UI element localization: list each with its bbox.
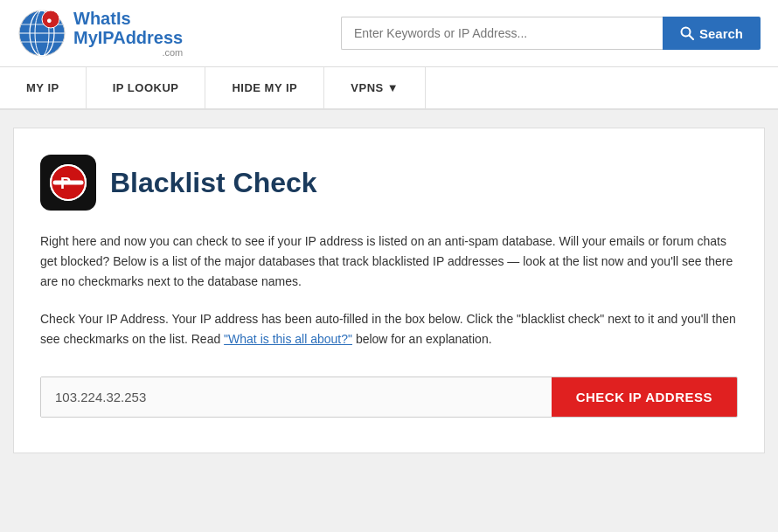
description-paragraph-1: Right here and now you can check to see … [40,231,738,292]
page-title-row: P Blacklist Check [40,155,738,211]
logo[interactable]: ● WhatIs MyIPAddress .com [17,9,183,58]
description2-suffix: below for an explanation. [352,332,492,346]
description-paragraph-2: Check Your IP Address. Your IP address h… [40,309,738,349]
nav-item-my-ip[interactable]: MY IP [0,67,87,108]
main-content: P Blacklist Check Right here and now you… [13,128,765,453]
search-icon [680,26,694,40]
svg-line-9 [689,36,693,40]
nav-item-hide-my-ip[interactable]: HIDE MY IP [205,67,324,108]
nav-item-ip-lookup[interactable]: IP LOOKUP [87,67,206,108]
ip-address-input[interactable] [41,377,552,417]
header: ● WhatIs MyIPAddress .com Search [0,0,778,67]
blocked-icon: P [48,162,88,203]
svg-text:P: P [60,175,71,192]
search-button[interactable]: Search [663,17,761,50]
page-title: Blacklist Check [110,167,317,199]
svg-text:●: ● [46,15,52,25]
blacklist-icon: P [40,155,96,211]
what-is-this-link[interactable]: "What is this all about?" [224,332,352,346]
search-area: Search [341,17,761,50]
check-ip-button[interactable]: CHECK IP ADDRESS [552,377,737,417]
logo-text: WhatIs MyIPAddress .com [73,9,183,58]
nav-item-vpns[interactable]: VPNS ▼ [324,67,426,108]
globe-icon: ● [17,9,66,58]
ip-check-area: CHECK IP ADDRESS [40,377,738,418]
navigation: MY IP IP LOOKUP HIDE MY IP VPNS ▼ [0,67,778,110]
search-input[interactable] [341,17,663,50]
